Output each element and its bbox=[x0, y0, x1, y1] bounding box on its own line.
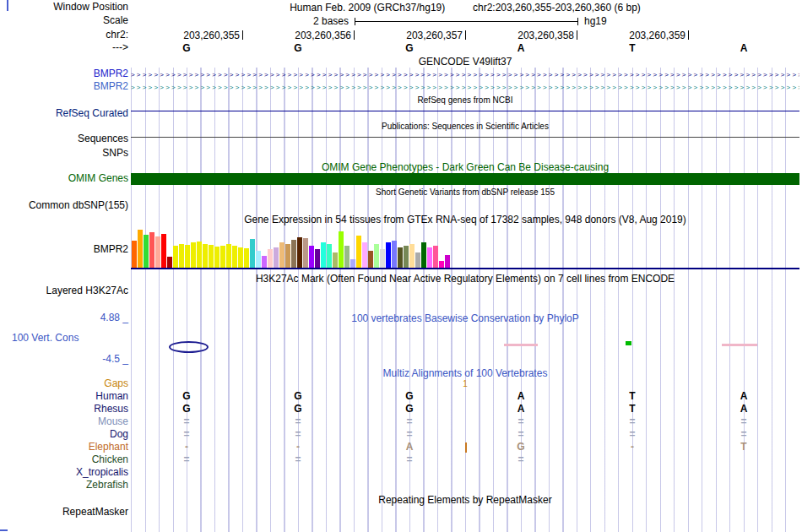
gtex-bar bbox=[303, 238, 308, 269]
gtex-bar bbox=[191, 242, 196, 269]
gtex-bar bbox=[203, 244, 208, 269]
position-text: chr2:203,260,355-203,260,360 (6 bp) bbox=[473, 2, 641, 14]
refseq-gene-line[interactable] bbox=[131, 111, 799, 111]
gtex-bar bbox=[333, 252, 338, 269]
ruler-tick bbox=[242, 30, 243, 40]
h3k27ac-track-label[interactable]: Layered H3K27Ac bbox=[46, 285, 128, 296]
gtex-bar bbox=[138, 230, 143, 269]
scale-bar-left-tick bbox=[355, 18, 355, 25]
ruler-base: G bbox=[294, 42, 301, 54]
publications-track-label[interactable]: Sequences bbox=[78, 133, 128, 144]
conservation-negative-mark bbox=[722, 344, 757, 346]
species-label-zebrafish: Zebrafish bbox=[86, 480, 128, 491]
gtex-bar bbox=[209, 245, 214, 269]
gtex-bar bbox=[244, 248, 249, 269]
browser-edge-marker bbox=[7, 0, 8, 11]
conservation-track-title: 100 vertebrates Basewise Conservation by… bbox=[131, 312, 799, 324]
gtex-bar bbox=[291, 240, 296, 269]
species-label-elephant: Elephant bbox=[89, 442, 128, 453]
snps-track-label[interactable]: SNPs bbox=[102, 148, 128, 159]
scale-value: 2 bases bbox=[131, 15, 349, 27]
gtex-expression-barchart[interactable] bbox=[131, 228, 799, 269]
gtex-bar bbox=[167, 257, 172, 269]
gencode-transcript-row-1[interactable]: >>>>>>>>>>>>>>>>>>>>>>>>>>>>>>>>>>>>>>>>… bbox=[131, 71, 799, 79]
track-labels-column: Window Position Scale chr2: ---> BMPR2 B… bbox=[0, 0, 128, 532]
omim-gene-bar[interactable] bbox=[131, 173, 799, 185]
chromosome-label: chr2: bbox=[106, 30, 128, 41]
gtex-bar bbox=[392, 241, 397, 269]
omim-track-label[interactable]: OMIM Genes bbox=[68, 173, 128, 184]
species-label-chicken: Chicken bbox=[92, 454, 128, 465]
window-position-label: Window Position bbox=[53, 2, 128, 13]
position-header: Human Feb. 2009 (GRCh37/hg19) chr2:203,2… bbox=[131, 2, 799, 14]
conservation-axis-min: -4.5 _ bbox=[102, 354, 128, 365]
gtex-bar bbox=[256, 251, 261, 269]
conservation-score-ellipse bbox=[169, 341, 209, 353]
gencode-gene-label-1[interactable]: BMPR2 bbox=[94, 68, 128, 79]
gtex-bar bbox=[321, 242, 326, 269]
coordinate-ruler: 203,260,355203,260,356203,260,357203,260… bbox=[131, 30, 799, 41]
multiz-gaps-label: Gaps bbox=[104, 378, 128, 389]
refseq-track-label[interactable]: RefSeq Curated bbox=[56, 108, 128, 119]
gtex-bar bbox=[274, 247, 279, 269]
gencode-track-title: GENCODE V49lift37 bbox=[131, 56, 799, 68]
gtex-bar bbox=[279, 242, 284, 269]
species-label-dog: Dog bbox=[110, 429, 128, 440]
species-label-mouse: Mouse bbox=[98, 416, 128, 427]
scale-label: Scale bbox=[103, 15, 128, 26]
publications-item-line[interactable] bbox=[131, 137, 799, 138]
browser-edge-marker bbox=[0, 529, 8, 531]
conservation-track-label[interactable]: 100 Vert. Cons bbox=[12, 333, 79, 344]
gtex-bar bbox=[398, 247, 403, 269]
gtex-bar bbox=[327, 244, 332, 269]
multiz-gap-count: 1 bbox=[463, 378, 468, 389]
track-display-area[interactable]: Human Feb. 2009 (GRCh37/hg19) chr2:203,2… bbox=[131, 0, 799, 532]
ruler-coordinate: 203,260,355 bbox=[183, 30, 240, 41]
gtex-bar bbox=[144, 235, 149, 269]
gtex-bar bbox=[380, 249, 385, 269]
gtex-bar bbox=[149, 232, 154, 269]
dbsnp-track-title: Short Genetic Variants from dbSNP releas… bbox=[131, 187, 799, 197]
ruler-base: G bbox=[405, 42, 413, 54]
ruler-base: A bbox=[740, 42, 748, 54]
h3k27ac-track-title: H3K27Ac Mark (Often Found Near Active Re… bbox=[131, 273, 799, 285]
ruler-coordinate: 203,260,357 bbox=[406, 30, 463, 41]
assembly-text: Human Feb. 2009 (GRCh37/hg19) bbox=[290, 2, 445, 14]
gtex-bar bbox=[226, 244, 231, 269]
gtex-bar bbox=[155, 236, 160, 269]
ruler-base: A bbox=[518, 42, 525, 54]
ruler-tick bbox=[688, 30, 689, 40]
gtex-track-title: Gene Expression in 54 tissues from GTEx … bbox=[131, 214, 799, 225]
gtex-bar bbox=[285, 244, 290, 269]
ruler-coordinate: 203,260,359 bbox=[629, 30, 685, 41]
gtex-bar bbox=[197, 242, 202, 269]
genome-browser-image: Window Position Scale chr2: ---> BMPR2 B… bbox=[0, 0, 802, 532]
ruler-tick bbox=[465, 30, 466, 40]
publications-track-title: Publications: Sequences in Scientific Ar… bbox=[131, 122, 799, 131]
scale-bar bbox=[355, 21, 577, 22]
gtex-bar bbox=[185, 245, 190, 269]
gencode-gene-label-2[interactable]: BMPR2 bbox=[94, 81, 128, 92]
gtex-bar bbox=[315, 249, 320, 269]
gtex-baseline bbox=[131, 268, 799, 269]
gtex-bar bbox=[433, 246, 438, 269]
repeatmasker-track-label[interactable]: RepeatMasker bbox=[62, 507, 128, 518]
gtex-bar bbox=[232, 246, 237, 269]
gtex-bar bbox=[421, 242, 426, 269]
gtex-bar bbox=[386, 242, 391, 269]
species-label-rhesus: Rhesus bbox=[94, 404, 128, 415]
dbsnp-track-label[interactable]: Common dbSNP(155) bbox=[29, 200, 128, 211]
conservation-positive-mark bbox=[626, 341, 631, 345]
base-sequence-row: GGGATA bbox=[131, 42, 799, 53]
species-label-x_tropicalis: X_tropicalis bbox=[76, 467, 128, 478]
gencode-transcript-row-2[interactable]: >>>>>>>>>>>>>>>>>>>>>>>>>>>>>>>>>>>>>>>>… bbox=[131, 84, 799, 92]
gtex-bar bbox=[161, 234, 166, 269]
gtex-bar bbox=[132, 241, 137, 269]
gtex-bar bbox=[220, 246, 225, 269]
gtex-bar bbox=[250, 239, 255, 269]
omim-track-title: OMIM Gene Phenotypes - Dark Green Can Be… bbox=[131, 161, 799, 173]
gtex-gene-label[interactable]: BMPR2 bbox=[94, 244, 128, 255]
conservation-axis-max: 4.88 _ bbox=[100, 312, 128, 323]
gtex-bar bbox=[268, 249, 273, 269]
gtex-bar bbox=[309, 246, 314, 269]
